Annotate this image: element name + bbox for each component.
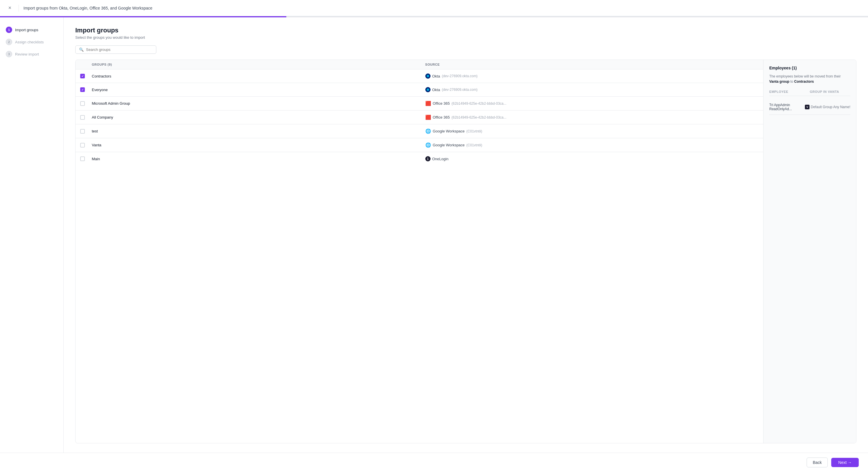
- emp-col-group: GROUP IN VANTA: [810, 90, 850, 93]
- next-button[interactable]: Next →: [831, 458, 859, 467]
- source-cell-test: 🌐 Google Workspace (C01vtntii): [425, 128, 759, 134]
- office365-icon: 🟥: [425, 114, 431, 120]
- sidebar-item-import-groups[interactable]: 1 Import groups: [6, 27, 58, 33]
- col-header-groups: GROUPS (9): [92, 63, 425, 66]
- row-checkbox-all-company[interactable]: [80, 115, 85, 120]
- table-header: GROUPS (9) SOURCE: [75, 60, 763, 69]
- employees-panel: Employees (1) The employees below will b…: [764, 60, 856, 443]
- sidebar: 1 Import groups 2 Assign checklists 3 Re…: [0, 18, 64, 452]
- close-button[interactable]: ×: [6, 4, 14, 12]
- row-checkbox-contractors[interactable]: [80, 74, 85, 78]
- progress-bar-fill: [0, 16, 286, 18]
- row-checkbox-main[interactable]: [80, 157, 85, 161]
- content-area: Import groups Select the groups you woul…: [64, 18, 868, 452]
- source-name-main: OneLogin: [432, 157, 448, 161]
- col-header-source: SOURCE: [425, 63, 759, 66]
- source-cell-everyone: Okta (dev-276909.okta.com): [425, 87, 759, 92]
- table-row[interactable]: Main 1 OneLogin: [75, 152, 763, 165]
- source-id-contractors: (dev-276909.okta.com): [442, 74, 477, 78]
- vanta-badge-icon: V: [805, 105, 809, 109]
- employee-name: Tri AppAdmin ReadOnlyAd...: [769, 103, 803, 111]
- table-row[interactable]: Everyone Okta (dev-276909.okta.com): [75, 83, 763, 97]
- group-name-microsoft-admin: Microsoft Admin Group: [92, 101, 425, 106]
- group-name-vanta: Vanta: [92, 143, 425, 147]
- source-id-microsoft-admin: (62b14949-625e-42b2-bbbd-03ca...: [452, 102, 506, 106]
- row-checkbox-microsoft-admin[interactable]: [80, 101, 85, 106]
- source-name-test: Google Workspace: [433, 129, 465, 133]
- source-id-test: (C01vtntii): [466, 129, 482, 133]
- row-checkbox-vanta[interactable]: [80, 143, 85, 147]
- group-name-test: test: [92, 129, 425, 133]
- source-name-contractors: Okta: [432, 74, 440, 78]
- main-layout: 1 Import groups 2 Assign checklists 3 Re…: [0, 18, 868, 452]
- table-row[interactable]: Contractors Okta (dev-276909.okta.com): [75, 69, 763, 83]
- okta-icon: [425, 73, 431, 79]
- table-row[interactable]: All Company 🟥 Office 365 (62b14949-625e-…: [75, 110, 763, 124]
- sidebar-item-assign-checklists[interactable]: 2 Assign checklists: [6, 39, 58, 45]
- emp-col-employee: EMPLOYEE: [769, 90, 810, 93]
- search-icon: 🔍: [79, 47, 84, 52]
- header-title: Import groups from Okta, OneLogin, Offic…: [24, 6, 152, 10]
- employee-row: Tri AppAdmin ReadOnlyAd... V Default Gro…: [769, 100, 850, 115]
- source-id-everyone: (dev-276909.okta.com): [442, 88, 477, 92]
- group-name-everyone: Everyone: [92, 88, 425, 92]
- dialog-footer: Back Next →: [0, 452, 868, 472]
- employee-group-name: Default Group Any Name!: [811, 105, 850, 109]
- group-name-contractors: Contractors: [92, 74, 425, 78]
- table-row[interactable]: test 🌐 Google Workspace (C01vtntii): [75, 124, 763, 138]
- step-badge-1: 1: [6, 27, 12, 33]
- source-id-all-company: (62b14949-625e-42b2-bbbd-03ca...: [452, 115, 506, 120]
- sidebar-label-review-import: Review import: [15, 52, 39, 57]
- step-badge-2: 2: [6, 39, 12, 45]
- google-workspace-icon: 🌐: [425, 142, 431, 148]
- okta-icon: [425, 87, 431, 92]
- back-button[interactable]: Back: [807, 458, 828, 467]
- sidebar-item-review-import[interactable]: 3 Review import: [6, 51, 58, 57]
- page-title: Import groups: [75, 27, 857, 34]
- header-divider: [19, 5, 19, 11]
- dialog-header: × Import groups from Okta, OneLogin, Off…: [0, 0, 868, 16]
- office365-icon: 🟥: [425, 101, 431, 106]
- page-heading: Import groups Select the groups you woul…: [75, 27, 857, 40]
- page-subtitle: Select the groups you would like to impo…: [75, 35, 857, 40]
- group-name-all-company: All Company: [92, 115, 425, 120]
- employees-subtitle: The employees below will be moved from t…: [769, 74, 850, 84]
- sidebar-label-import-groups: Import groups: [15, 28, 38, 32]
- source-cell-vanta: 🌐 Google Workspace (C01vtntii): [425, 142, 759, 148]
- groups-table-container: GROUPS (9) SOURCE Contractors Okta (dev-…: [75, 60, 857, 443]
- emp-table-header: EMPLOYEE GROUP IN VANTA: [769, 88, 850, 96]
- source-name-all-company: Office 365: [433, 115, 450, 120]
- group-name-main: Main: [92, 157, 425, 161]
- col-header-checkbox: [80, 63, 92, 66]
- source-cell-contractors: Okta (dev-276909.okta.com): [425, 73, 759, 79]
- source-id-vanta: (C01vtntii): [466, 143, 482, 147]
- google-workspace-icon: 🌐: [425, 128, 431, 134]
- table-row[interactable]: Microsoft Admin Group 🟥 Office 365 (62b1…: [75, 97, 763, 110]
- search-box: 🔍: [75, 45, 156, 54]
- step-badge-3: 3: [6, 51, 12, 57]
- row-checkbox-everyone[interactable]: [80, 87, 85, 92]
- employee-group: V Default Group Any Name!: [805, 105, 850, 109]
- groups-table: GROUPS (9) SOURCE Contractors Okta (dev-…: [75, 60, 764, 443]
- source-name-everyone: Okta: [432, 88, 440, 92]
- source-name-vanta: Google Workspace: [433, 143, 465, 147]
- source-cell-microsoft-admin: 🟥 Office 365 (62b14949-625e-42b2-bbbd-03…: [425, 101, 759, 106]
- source-cell-main: 1 OneLogin: [425, 156, 759, 161]
- source-cell-all-company: 🟥 Office 365 (62b14949-625e-42b2-bbbd-03…: [425, 114, 759, 120]
- progress-bar-container: [0, 16, 868, 18]
- table-row[interactable]: Vanta 🌐 Google Workspace (C01vtntii): [75, 138, 763, 152]
- source-name-microsoft-admin: Office 365: [433, 101, 450, 106]
- row-checkbox-test[interactable]: [80, 129, 85, 134]
- onelogin-icon: 1: [425, 156, 431, 161]
- sidebar-label-assign-checklists: Assign checklists: [15, 40, 44, 44]
- employees-title: Employees (1): [769, 66, 850, 70]
- search-input[interactable]: [86, 47, 153, 52]
